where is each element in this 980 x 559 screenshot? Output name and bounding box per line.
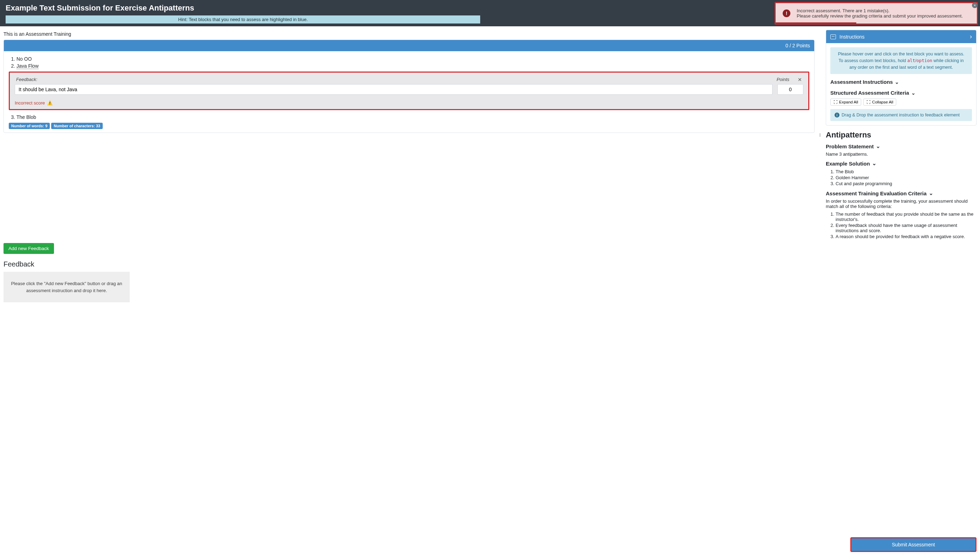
assessment-instructions-header[interactable]: Assessment Instructions ⌄	[830, 79, 972, 85]
submission-card: 0 / 2 Points No OO Java Flow ✕ Feedback:…	[3, 40, 815, 133]
expand-icon: ⛶	[833, 100, 838, 104]
feedback-points-input[interactable]	[777, 84, 803, 95]
hint-banner: Hint: Text blocks that you need to asses…	[6, 15, 480, 23]
points-label: Points	[777, 77, 789, 82]
expand-all-button[interactable]: ⛶Expand All	[830, 99, 861, 106]
instructions-icon	[830, 35, 836, 39]
warning-icon: ⚠️	[47, 100, 51, 104]
top-bar: Example Text Submission for Exercise Ant…	[0, 0, 980, 26]
feedback-block: ✕ Feedback: Points Incorrect score ⚠️	[9, 71, 809, 110]
column-splitter[interactable]: ||	[820, 30, 821, 240]
error-icon: !	[783, 10, 790, 17]
answer-highlight[interactable]: Java Flow	[16, 63, 38, 69]
chevron-right-icon[interactable]: ›	[970, 33, 972, 40]
feedback-error-text: Incorrect score	[15, 100, 45, 106]
solution-item: Golden Hammer	[836, 175, 977, 180]
answer-list-cont: The Blob	[9, 114, 809, 121]
instructions-title: Instructions	[840, 34, 865, 40]
answer-item-1[interactable]: No OO	[16, 55, 809, 63]
training-label: This is an Assessment Training	[3, 30, 815, 40]
feedback-close-button[interactable]: ✕	[798, 77, 802, 83]
info-icon: i	[835, 112, 840, 117]
problem-statement-header[interactable]: Problem Statement ⌄	[826, 143, 977, 149]
evaluation-criteria-list: The number of feedback that you provide …	[826, 211, 977, 240]
toast-line2: Please carefully review the grading crit…	[797, 13, 966, 18]
evaluation-criteria-header[interactable]: Assessment Training Evaluation Criteria …	[826, 190, 977, 197]
eval-item: The number of feedback that you provide …	[836, 211, 977, 222]
collapse-all-button[interactable]: ⛶Collapse All	[863, 99, 896, 106]
feedback-heading: Feedback	[3, 260, 977, 268]
instructions-card: Instructions › Please hover over and cli…	[826, 30, 977, 126]
error-toast: ! Incorrect assessment. There are 1 mist…	[775, 2, 978, 25]
chevron-down-icon: ⌄	[876, 143, 881, 149]
char-count-badge: Number of characters: 33	[51, 123, 103, 129]
chevron-down-icon: ⌄	[895, 79, 899, 85]
eval-item: Every feedback should have the same usag…	[836, 222, 977, 233]
drag-drop-hint: i Drag & Drop the assessment instruction…	[830, 109, 972, 121]
toast-close-button[interactable]: ×	[972, 2, 978, 8]
feedback-label: Feedback:	[16, 77, 38, 82]
add-new-feedback-button[interactable]: Add new Feedback	[3, 243, 54, 254]
structured-criteria-header[interactable]: Structured Assessment Criteria ⌄	[830, 90, 972, 96]
word-count-badge: Number of words: 9	[9, 123, 50, 129]
answer-item-3[interactable]: The Blob	[16, 114, 809, 121]
evaluation-intro: In order to successfully complete the tr…	[826, 198, 977, 209]
answer-item-2[interactable]: Java Flow	[16, 63, 809, 69]
points-bar: 0 / 2 Points	[4, 40, 814, 51]
feedback-drop-area[interactable]: Please click the "Add new Feedback" butt…	[3, 272, 130, 302]
answer-list: No OO Java Flow	[9, 55, 809, 69]
chevron-down-icon: ⌄	[929, 190, 934, 197]
solution-item: The Blob	[836, 169, 977, 175]
chevron-down-icon: ⌄	[872, 160, 877, 167]
feedback-text-input[interactable]	[15, 84, 772, 95]
eval-item: A reason should be provided for feedback…	[836, 233, 977, 240]
antipatterns-heading: Antipatterns	[826, 131, 977, 140]
solution-item: Cut and paste programming	[836, 180, 977, 187]
problem-statement-text: Name 3 antipatterns.	[826, 152, 977, 157]
example-solution-list: The Blob Golden Hammer Cut and paste pro…	[826, 169, 977, 187]
info-box: Please hover over and click on the text …	[830, 47, 972, 74]
collapse-icon: ⛶	[866, 100, 871, 104]
info-line1: Please hover over and click on the text …	[835, 51, 967, 58]
toast-progress-bar	[775, 22, 856, 23]
example-solution-header[interactable]: Example Solution ⌄	[826, 160, 977, 167]
toast-line1: Incorrect assessment. There are 1 mistak…	[797, 8, 966, 13]
feedback-error: Incorrect score ⚠️	[15, 100, 803, 106]
instructions-header: Instructions ›	[826, 30, 976, 43]
info-line2: To assess custom text blocks, hold alt/o…	[835, 58, 967, 71]
chevron-down-icon: ⌄	[911, 90, 916, 96]
